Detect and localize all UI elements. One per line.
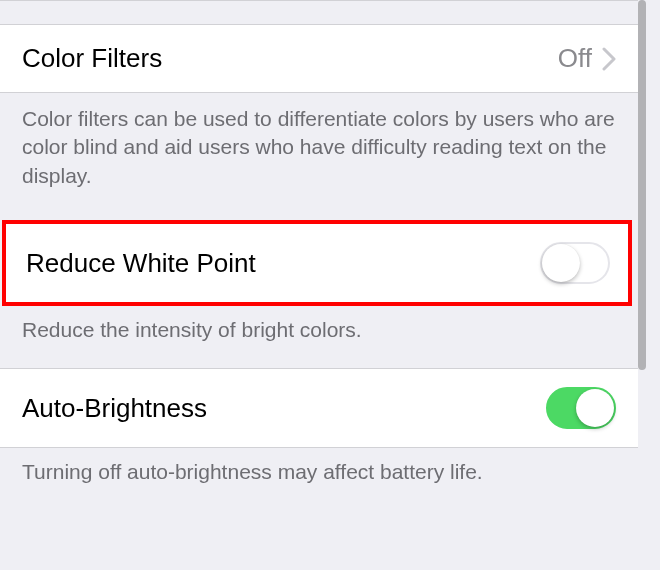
reduce-white-point-label: Reduce White Point — [26, 248, 256, 279]
auto-brightness-row[interactable]: Auto-Brightness — [0, 368, 638, 448]
row-right: Off — [558, 43, 616, 74]
reduce-white-point-toggle[interactable] — [540, 242, 610, 284]
chevron-right-icon — [602, 47, 616, 71]
highlight-box: Reduce White Point — [2, 220, 632, 306]
reduce-white-point-row[interactable]: Reduce White Point — [6, 224, 628, 302]
scrollbar[interactable] — [638, 0, 646, 370]
color-filters-row[interactable]: Color Filters Off — [0, 24, 638, 93]
auto-brightness-footer: Turning off auto-brightness may affect b… — [0, 448, 638, 510]
auto-brightness-toggle[interactable] — [546, 387, 616, 429]
spacer — [0, 0, 638, 24]
color-filters-value: Off — [558, 43, 592, 74]
settings-panel: Color Filters Off Color filters can be u… — [0, 0, 638, 570]
toggle-knob — [542, 244, 580, 282]
reduce-white-point-footer: Reduce the intensity of bright colors. — [0, 306, 638, 368]
color-filters-label: Color Filters — [22, 43, 162, 74]
color-filters-footer: Color filters can be used to differentia… — [0, 93, 638, 218]
auto-brightness-label: Auto-Brightness — [22, 393, 207, 424]
